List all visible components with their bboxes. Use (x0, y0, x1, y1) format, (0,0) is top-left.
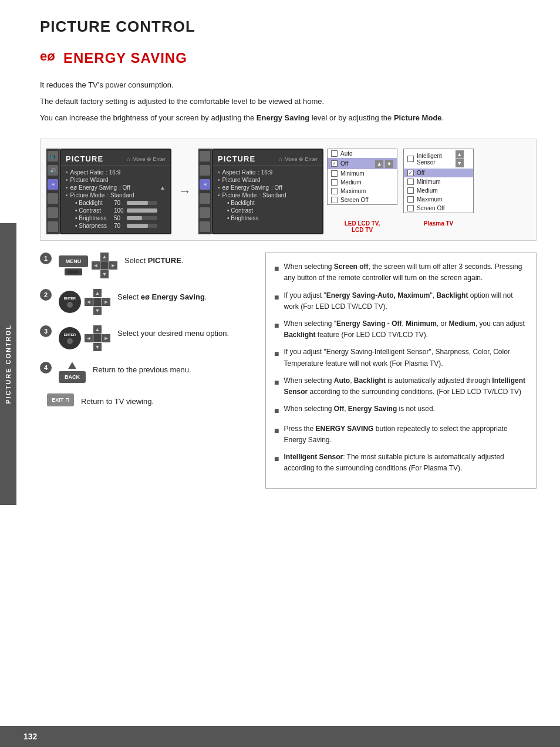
p-checkbox-maximum (407, 196, 414, 203)
nav-down-1[interactable]: ▼ (100, 270, 109, 278)
step-4-num-wrap: 4 (40, 362, 52, 374)
opt-label-auto: Auto (340, 150, 353, 157)
nav-down-2[interactable]: ▼ (93, 307, 102, 315)
panels-area: 📺 🔊 ☀ PICTURE ☆ Move ⊕ Enter • Aspect Ra… (40, 139, 537, 241)
section-heading: eø ENERGY SAVING (40, 48, 537, 68)
right-tv-panel: PICTURE ☆ Move ⊕ Enter •Aspect Ratio: 16… (212, 149, 323, 234)
option-panels-group: Auto Off ▲ ▼ (327, 149, 474, 213)
step-1: 1 MENU ▲ ◄ ► (40, 253, 251, 278)
r-backlight: • Backlight (222, 199, 322, 207)
step-3-text: Select your desired menu option. (117, 325, 229, 339)
checkbox-medium (331, 179, 338, 186)
page-title: PICTURE CONTROL (40, 18, 537, 36)
r-energy-saving: •eø Energy Saving: Off (213, 184, 322, 191)
nav-right-2[interactable]: ► (102, 298, 110, 306)
step-2-text: Select eø Energy Saving. (117, 289, 207, 303)
nav-left-1[interactable]: ◄ (92, 261, 100, 270)
p-opt-label-medium: Medium (417, 187, 438, 194)
step-1-num-wrap: 1 (40, 253, 52, 264)
note-5-text: When selecting Auto, Backlight is automa… (284, 375, 528, 398)
energy-saving-icon: eø (40, 48, 58, 68)
r-icon-1 (200, 151, 210, 161)
checkbox-screen-off (331, 197, 338, 203)
note-7-bullet: ■ (274, 424, 279, 437)
nav-right-1[interactable]: ► (109, 261, 117, 270)
step-3-buttons: ENTER ▲ ◄ ► ▼ (59, 325, 110, 351)
menu-picture-wizard: • Picture Wizard (61, 176, 170, 184)
step-2-number: 2 (40, 289, 52, 301)
note-3: ■ When selecting "Energy Saving - Off, M… (274, 318, 528, 341)
led-label-group: LED LCD TV,LCD TV (327, 218, 397, 233)
note-4-text: If you adjust "Energy Saving-Intelligent… (284, 346, 528, 369)
p-scroll-indicator: ▲ ▼ (456, 150, 470, 167)
plasma-label: Plasma TV (403, 220, 474, 227)
nav-up-2[interactable]: ▲ (93, 289, 102, 297)
p-opt-label-minimum: Minimum (417, 179, 441, 185)
p-checkbox-screen-off (407, 205, 414, 211)
p-opt-minimum: Minimum (404, 177, 473, 186)
sidebar-label: PICTURE CONTROL (0, 223, 16, 505)
submenu-items: • Backlight 70 • Contrast 100 • Brightne… (61, 199, 170, 230)
note-7-text: Press the ENERGY SAVING button repeatedl… (284, 423, 528, 446)
menu-energy-saving: • eø Energy Saving : Off ▲ (61, 184, 170, 191)
r-contrast: • Contrast (222, 207, 322, 214)
note-6-bullet: ■ (274, 404, 279, 417)
note-5: ■ When selecting Auto, Backlight is auto… (274, 375, 528, 398)
r-icon-3: ☀ (200, 179, 210, 190)
step-2: 2 ENTER ▲ ◄ ► ▼ (40, 289, 251, 315)
dropdown-plasma-group: Intelligent Sensor ▲ ▼ Off (403, 149, 474, 213)
p-scroll-up: ▲ (456, 150, 464, 159)
enter-button-3[interactable]: ENTER (59, 327, 81, 349)
opt-maximum: Maximum (328, 187, 397, 196)
note-1: ■ When selecting Screen off, the screen … (274, 261, 528, 284)
menu-button[interactable]: MENU (59, 255, 88, 267)
right-panel-icons: ☀ (198, 149, 212, 234)
left-panel-group: 📺 🔊 ☀ PICTURE ☆ Move ⊕ Enter • Aspect Ra… (46, 149, 171, 234)
p-scroll-down: ▼ (456, 159, 464, 167)
p-checkbox-medium (407, 187, 414, 194)
r-icon-5 (200, 207, 210, 218)
option-panels-outer: Auto Off ▲ ▼ (327, 149, 474, 233)
notes-right: ■ When selecting Screen off, the screen … (265, 253, 537, 489)
opt-label-screen-off: Screen Off (340, 197, 369, 203)
step-4-number: 4 (40, 362, 52, 374)
step-1-buttons: MENU ▲ ◄ ► ▼ (59, 253, 117, 278)
nav-up-1[interactable]: ▲ (100, 253, 109, 261)
p-checkbox-off (407, 170, 414, 176)
step-2-buttons: ENTER ▲ ◄ ► ▼ (59, 289, 110, 315)
opt-screen-off: Screen Off (328, 196, 397, 204)
svg-text:eø: eø (40, 49, 55, 63)
opt-auto: Auto (328, 149, 397, 158)
nav-right-3[interactable]: ► (102, 334, 110, 342)
r-picture-wizard: •Picture Wizard (213, 176, 322, 184)
sub-backlight: • Backlight 70 (70, 199, 170, 207)
p-opt-maximum: Maximum (404, 195, 473, 204)
steps-left: 1 MENU ▲ ◄ ► (40, 253, 251, 489)
dropdown-led-group: Auto Off ▲ ▼ (327, 149, 397, 213)
menu-picture-mode: • Picture Mode : Standard (61, 191, 170, 199)
nav-mid-2: ◄ ► (85, 298, 110, 306)
dropdown-plasma: Intelligent Sensor ▲ ▼ Off (403, 149, 474, 213)
icon-energy: ☀ (48, 179, 58, 190)
step-5: EXIT ⊓ Return to TV viewing. (40, 393, 251, 408)
r-brightness: • Brightness (222, 214, 322, 222)
page-number-bar: 132 (0, 726, 560, 747)
step-3-num-wrap: 3 (40, 325, 52, 337)
nav-down-3[interactable]: ▼ (93, 343, 102, 351)
note-8-text: Intelligent Sensor: The most suitable pi… (284, 452, 528, 474)
note-8: ■ Intelligent Sensor: The most suitable … (274, 452, 528, 474)
menu-btn-group: MENU (59, 255, 88, 275)
left-panel-icons: 📺 🔊 ☀ (46, 149, 60, 234)
checkbox-off (331, 160, 338, 167)
arrow-right: → (175, 184, 195, 199)
step-2-num-wrap: 2 (40, 289, 52, 301)
nav-left-2[interactable]: ◄ (85, 298, 93, 306)
exit-button[interactable]: EXIT ⊓ (47, 393, 74, 406)
nav-left-3[interactable]: ◄ (85, 334, 93, 342)
r-aspect-ratio: •Aspect Ratio: 16:9 (213, 169, 322, 176)
enter-button-2[interactable]: ENTER (59, 291, 81, 313)
note-5-bullet: ■ (274, 376, 279, 389)
nav-center-3 (93, 334, 102, 342)
nav-up-3[interactable]: ▲ (93, 325, 102, 334)
back-button[interactable]: BACK (59, 371, 86, 383)
